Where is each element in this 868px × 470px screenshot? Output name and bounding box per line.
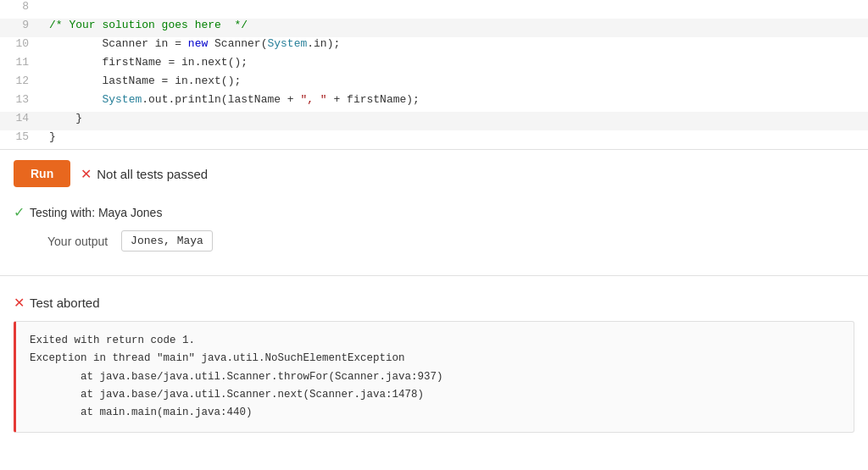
aborted-label: Test aborted xyxy=(30,296,100,310)
line-number: 15 xyxy=(0,130,42,143)
test-result-header: ✕ Not all tests passed xyxy=(81,166,208,182)
test-output-row: Your output Jones, Maya xyxy=(14,224,854,258)
run-bar: Run ✕ Not all tests passed xyxy=(0,150,868,197)
code-line-14: 14 } xyxy=(0,112,868,130)
line-number: 10 xyxy=(0,37,42,50)
code-line-12: 12 lastName = in.next(); xyxy=(0,75,868,93)
code-line-15: 15 } xyxy=(0,130,868,149)
code-line-13: 13 System.out.println(lastName + ", " + … xyxy=(0,93,868,112)
x-icon: ✕ xyxy=(81,166,92,182)
code-text: /* Your solution goes here */ xyxy=(42,19,868,31)
code-line-8: 8 xyxy=(0,0,868,19)
code-line-9: 9 /* Your solution goes here */ xyxy=(0,19,868,37)
line-number: 12 xyxy=(0,75,42,87)
output-label: Your output xyxy=(47,235,108,248)
error-line-2: Exception in thread "main" java.util.NoS… xyxy=(30,350,840,368)
code-text: System.out.println(lastName + ", " + fir… xyxy=(42,93,868,106)
line-number: 14 xyxy=(0,112,42,124)
run-button[interactable]: Run xyxy=(14,160,70,187)
line-number: 9 xyxy=(0,19,42,31)
check-icon: ✓ xyxy=(14,204,25,220)
line-number: 11 xyxy=(0,56,42,69)
main-container: 8 9 /* Your solution goes here */ 10 Sca… xyxy=(0,0,868,470)
error-line-3: at java.base/java.util.Scanner.throwFor(… xyxy=(30,368,840,386)
code-text: } xyxy=(42,130,868,143)
code-editor: 8 9 /* Your solution goes here */ 10 Sca… xyxy=(0,0,868,150)
x-icon-aborted: ✕ xyxy=(14,295,25,311)
test-section-pass: ✓ Testing with: Maya Jones Your output J… xyxy=(0,197,868,268)
output-value: Jones, Maya xyxy=(121,230,213,252)
code-text: } xyxy=(42,112,868,124)
test-passing-label: Testing with: Maya Jones xyxy=(30,206,162,219)
error-line-4: at java.base/java.util.Scanner.next(Scan… xyxy=(30,386,840,404)
code-text: Scanner in = new Scanner(System.in); xyxy=(42,37,868,50)
code-text: firstName = in.next(); xyxy=(42,56,868,69)
aborted-header: ✕ Test aborted xyxy=(14,290,854,316)
test-result-text: Not all tests passed xyxy=(97,167,208,181)
code-line-11: 11 firstName = in.next(); xyxy=(0,56,868,75)
line-number: 13 xyxy=(0,93,42,106)
code-line-10: 10 Scanner in = new Scanner(System.in); xyxy=(0,37,868,56)
error-line-1: Exited with return code 1. xyxy=(30,332,840,350)
code-text: lastName = in.next(); xyxy=(42,75,868,87)
section-divider xyxy=(0,275,868,276)
error-box: Exited with return code 1. Exception in … xyxy=(14,321,854,433)
error-line-5: at main.main(main.java:440) xyxy=(30,404,840,422)
aborted-section: ✕ Test aborted Exited with return code 1… xyxy=(0,283,868,443)
line-number: 8 xyxy=(0,0,42,13)
test-passing-row: ✓ Testing with: Maya Jones xyxy=(14,201,854,224)
